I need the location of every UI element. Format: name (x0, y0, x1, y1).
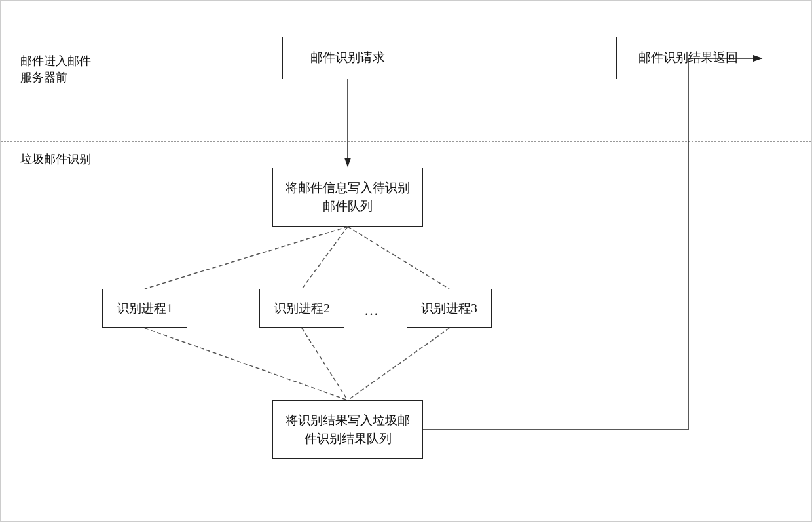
box-request: 邮件识别请求 (282, 37, 413, 79)
ellipsis-text: … (364, 302, 378, 319)
svg-line-6 (145, 328, 348, 400)
zone-label-top: 邮件进入邮件 服务器前 (20, 53, 91, 86)
svg-line-4 (302, 227, 348, 289)
divider-line (1, 141, 811, 142)
svg-line-3 (145, 227, 348, 289)
box-process2: 识别进程2 (259, 289, 344, 328)
box-process1: 识别进程1 (102, 289, 187, 328)
box-process3: 识别进程3 (407, 289, 492, 328)
box-result-return: 邮件识别结果返回 (616, 37, 760, 79)
diagram-container: 邮件进入邮件 服务器前 垃圾邮件识别 邮件识别请求 邮件识别结果返回 将邮件信息… (0, 0, 812, 522)
svg-line-8 (348, 328, 449, 400)
box-write-result: 将识别结果写入垃圾邮 件识别结果队列 (272, 400, 423, 459)
zone-label-bottom: 垃圾邮件识别 (20, 151, 91, 168)
svg-line-7 (302, 328, 348, 400)
svg-line-5 (348, 227, 449, 289)
box-write-queue: 将邮件信息写入待识别 邮件队列 (272, 168, 423, 227)
